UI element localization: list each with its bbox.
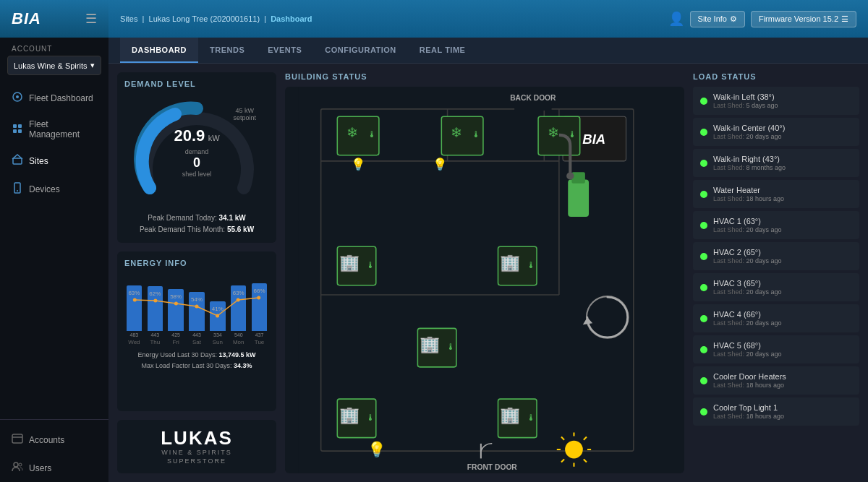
svg-text:🌡: 🌡: [367, 129, 376, 139]
bar-col: 62%443Thu: [145, 273, 165, 345]
demand-title: DEMAND LEVEL: [124, 79, 269, 88]
tab-dashboard[interactable]: DASHBOARD: [120, 38, 198, 63]
load-sub: Last Shed: 20 days ago: [713, 226, 852, 233]
svg-text:🌡: 🌡: [527, 260, 535, 270]
sidebar: BIA ☰ ACCOUNT Lukas Wine & Spirits ▾ Fle…: [0, 0, 109, 482]
load-status-dot: [700, 346, 707, 353]
svg-text:🌡: 🌡: [472, 129, 480, 139]
building-title: BUILDING STATUS: [285, 72, 684, 81]
svg-text:🌡: 🌡: [527, 413, 535, 423]
setpoint-label: 45 kW setpoint: [233, 107, 256, 121]
devices-label: Devices: [29, 184, 60, 194]
fleet-dashboard-label: Fleet Dashboard: [29, 93, 93, 103]
energy-value: 13,749.5 kW: [219, 351, 256, 358]
bar-pct: 63%: [233, 290, 244, 296]
load-name: Water Heater: [713, 186, 852, 194]
peak-today-value: 34.1 kW: [218, 214, 245, 222]
bia-logo: BIA: [12, 9, 41, 28]
svg-point-63: [565, 441, 583, 459]
tab-trends[interactable]: TRENDS: [198, 38, 256, 63]
svg-rect-33: [571, 172, 585, 183]
site-info-button[interactable]: Site Info ⚙: [690, 11, 745, 27]
load-status-dot: [700, 284, 707, 291]
load-name: Cooler Door Heaters: [713, 372, 852, 381]
svg-text:BACK DOOR: BACK DOOR: [510, 94, 556, 102]
svg-rect-5: [18, 129, 22, 133]
gauge-shed: 0: [174, 155, 219, 171]
account-select[interactable]: Lukas Wine & Spirits ▾: [7, 56, 101, 75]
sidebar-item-fleet-management[interactable]: Fleet Management: [0, 112, 109, 147]
bar-col: 63%483Wed: [124, 273, 144, 345]
gauge-center: 20.9 kW demand 0 shed level: [174, 126, 219, 178]
load-info: Walk-in Right (43°)Last Shed: 8 months a…: [713, 155, 852, 171]
bar-pct: 41%: [212, 306, 224, 312]
bar-chart: 63%483Wed62%443Thu58%425Fri54%443Sat41%3…: [124, 273, 269, 345]
svg-text:FRONT DOOR: FRONT DOOR: [467, 463, 518, 471]
bar-pct: 54%: [191, 296, 203, 303]
load-name: HVAC 3 (65°): [713, 279, 852, 288]
building-panel: BACK DOOR FRONT DOOR BIA: [285, 87, 684, 473]
topbar: Sites | Lukas Long Tree (2020001611) | D…: [109, 0, 868, 38]
chevron-down-icon: ▾: [90, 61, 95, 70]
svg-text:🌡: 🌡: [446, 342, 455, 352]
user-icon[interactable]: 👤: [668, 11, 684, 27]
load-item: Walk-in Center (40°)Last Shed: 20 days a…: [693, 118, 859, 146]
svg-point-72: [566, 172, 574, 179]
bar-pct: 58%: [170, 293, 182, 300]
logo-area: BIA ☰: [0, 0, 109, 38]
nav-tabs: DASHBOARD TRENDS EVENTS CONFIGURATION RE…: [109, 38, 868, 64]
bar-col: 54%443Sat: [187, 273, 207, 345]
gauge-unit: kW: [208, 134, 220, 142]
svg-point-8: [17, 190, 18, 191]
load-sub: Last Shed: 18 hours ago: [713, 195, 852, 202]
load-panel: Walk-in Left (38°)Last Shed: 5 days agoW…: [693, 87, 859, 473]
svg-text:💡: 💡: [351, 157, 366, 172]
company-name-line1: LUKAS: [161, 429, 233, 447]
sites-label: Sites: [29, 156, 48, 166]
svg-rect-2: [13, 124, 17, 128]
load-sub: Last Shed: 20 days ago: [713, 288, 852, 296]
hamburger-icon[interactable]: ☰: [85, 11, 97, 27]
load-sub: Last Shed: 18 hours ago: [713, 413, 852, 420]
firmware-button[interactable]: Firmware Version 15.2 ☰: [751, 11, 856, 27]
loadfactor-value: 34.3%: [234, 362, 252, 369]
load-info: HVAC 2 (65°)Last Shed: 20 days ago: [713, 248, 852, 264]
svg-rect-4: [13, 129, 17, 133]
accounts-icon: [12, 433, 23, 447]
gauge-container: 20.9 kW demand 0 shed level 45 kW setpoi…: [132, 94, 262, 210]
sidebar-item-devices[interactable]: Devices: [0, 175, 109, 203]
left-panel: DEMAND LEVEL 20.9 kW: [117, 72, 276, 473]
load-sub: Last Shed: 5 days ago: [713, 102, 852, 109]
building-floorplan: BACK DOOR FRONT DOOR BIA: [285, 87, 684, 473]
sidebar-item-sites[interactable]: Sites: [0, 147, 109, 175]
sidebar-item-accounts[interactable]: Accounts: [0, 426, 109, 454]
load-status-dot: [700, 315, 707, 322]
svg-text:BIA: BIA: [582, 132, 605, 147]
right-panel: LOAD STATUS Walk-in Left (38°)Last Shed:…: [693, 72, 859, 473]
svg-rect-3: [18, 124, 22, 128]
svg-text:🏢: 🏢: [420, 335, 441, 354]
gauge-demand-label: demand: [174, 148, 219, 155]
load-name: Walk-in Center (40°): [713, 124, 852, 132]
load-item: Cooler Door HeatersLast Shed: 18 hours a…: [693, 366, 859, 395]
load-status-dot: [700, 129, 707, 136]
load-info: Cooler Top Light 1Last Shed: 18 hours ag…: [713, 403, 852, 420]
fleet-dashboard-icon: [12, 91, 23, 105]
main-content: Sites | Lukas Long Tree (2020001611) | D…: [109, 0, 868, 482]
bar-pct: 63%: [128, 290, 140, 296]
svg-point-11: [14, 462, 18, 467]
load-name: Walk-in Right (43°): [713, 155, 852, 163]
tab-configuration[interactable]: CONFIGURATION: [313, 38, 408, 63]
svg-text:💡: 💡: [433, 157, 448, 172]
tab-events[interactable]: EVENTS: [256, 38, 313, 63]
tab-realtime[interactable]: REAL TIME: [408, 38, 477, 63]
load-status-dot: [700, 253, 707, 260]
sidebar-item-users[interactable]: Users: [0, 454, 109, 482]
sidebar-item-fleet-dashboard[interactable]: Fleet Dashboard: [0, 84, 109, 112]
load-sub: Last Shed: 18 hours ago: [713, 382, 852, 389]
fleet-management-label: Fleet Management: [29, 119, 97, 139]
svg-text:💡: 💡: [367, 440, 386, 459]
gear-icon: ⚙: [730, 14, 737, 24]
bar-day: Thu: [150, 339, 160, 345]
load-title: LOAD STATUS: [693, 72, 859, 81]
